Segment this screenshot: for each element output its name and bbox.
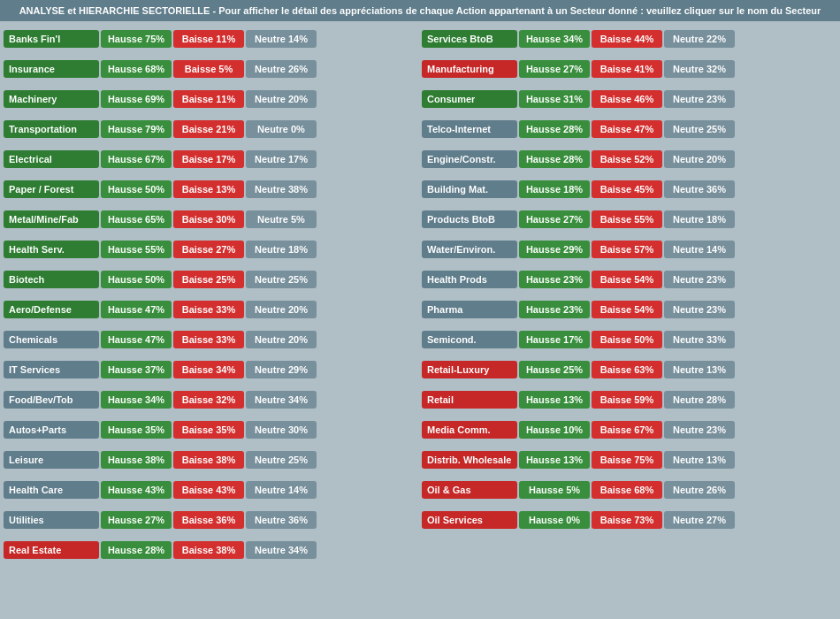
sector-label[interactable]: IT Services <box>4 361 99 378</box>
baisse-badge: Baisse 57% <box>592 241 662 258</box>
table-row: MachineryHausse 69%Baisse 11%Neutre 20% <box>4 85 418 113</box>
table-row: Oil ServicesHausse 0%Baisse 73%Neutre 27… <box>422 506 836 534</box>
sector-label[interactable]: Distrib. Wholesale <box>422 451 517 469</box>
table-row: Products BtoBHausse 27%Baisse 55%Neutre … <box>422 205 836 233</box>
table-row: Paper / ForestHausse 50%Baisse 13%Neutre… <box>4 175 418 203</box>
sector-label[interactable]: Media Comm. <box>422 421 517 439</box>
right-column: Services BtoBHausse 34%Baisse 44%Neutre … <box>422 25 836 564</box>
sector-label[interactable]: Aero/Defense <box>4 301 99 318</box>
neutre-badge: Neutre 28% <box>664 391 735 409</box>
hausse-badge: Hausse 29% <box>519 241 590 258</box>
sector-label[interactable]: Telco-Internet <box>422 120 517 138</box>
neutre-badge: Neutre 30% <box>246 421 317 439</box>
hausse-badge: Hausse 10% <box>519 421 590 439</box>
table-row: LeisureHausse 38%Baisse 38%Neutre 25% <box>4 446 418 474</box>
sector-label[interactable]: Products BtoB <box>422 210 517 228</box>
sector-label[interactable]: Chemicals <box>4 331 99 348</box>
baisse-badge: Baisse 33% <box>173 331 244 348</box>
table-row: IT ServicesHausse 37%Baisse 34%Neutre 29… <box>4 355 418 384</box>
hausse-badge: Hausse 18% <box>519 180 590 198</box>
table-row: Engine/Constr.Hausse 28%Baisse 52%Neutre… <box>422 145 836 173</box>
baisse-badge: Baisse 73% <box>592 511 662 529</box>
neutre-badge: Neutre 20% <box>246 331 317 348</box>
baisse-badge: Baisse 67% <box>592 421 662 439</box>
table-row: Autos+PartsHausse 35%Baisse 35%Neutre 30… <box>4 416 418 444</box>
sector-label[interactable]: Health Prods <box>422 271 517 288</box>
sector-label[interactable]: Services BtoB <box>422 30 517 48</box>
hausse-badge: Hausse 67% <box>101 150 172 168</box>
sector-label[interactable]: Insurance <box>4 60 99 78</box>
neutre-badge: Neutre 13% <box>664 361 735 378</box>
hausse-badge: Hausse 37% <box>101 361 172 378</box>
baisse-badge: Baisse 34% <box>173 361 244 378</box>
table-row: Banks Fin'lHausse 75%Baisse 11%Neutre 14… <box>4 25 418 53</box>
sector-label[interactable]: Leisure <box>4 451 99 469</box>
neutre-badge: Neutre 5% <box>246 210 317 228</box>
table-row: Oil & GasHausse 5%Baisse 68%Neutre 26% <box>422 476 836 504</box>
sector-label[interactable]: Autos+Parts <box>4 421 99 439</box>
baisse-badge: Baisse 44% <box>592 30 662 48</box>
sector-label[interactable]: Pharma <box>422 301 517 318</box>
sector-label[interactable]: Utilities <box>4 511 99 529</box>
neutre-badge: Neutre 20% <box>246 90 317 108</box>
sector-label[interactable]: Oil Services <box>422 511 517 529</box>
hausse-badge: Hausse 28% <box>519 120 590 138</box>
neutre-badge: Neutre 33% <box>664 331 735 348</box>
sector-label[interactable]: Electrical <box>4 150 99 168</box>
neutre-badge: Neutre 36% <box>246 511 317 529</box>
baisse-badge: Baisse 21% <box>173 120 244 138</box>
hausse-badge: Hausse 27% <box>101 511 172 529</box>
sector-label[interactable]: Engine/Constr. <box>422 150 517 168</box>
sector-label[interactable]: Banks Fin'l <box>4 30 99 48</box>
hausse-badge: Hausse 5% <box>519 481 590 499</box>
hausse-badge: Hausse 23% <box>519 271 590 288</box>
sector-label[interactable]: Real Estate <box>4 541 99 559</box>
sector-label[interactable]: Consumer <box>422 90 517 108</box>
hausse-badge: Hausse 13% <box>519 391 590 409</box>
sector-label[interactable]: Health Serv. <box>4 241 99 258</box>
neutre-badge: Neutre 14% <box>664 241 735 258</box>
sector-label[interactable]: Water/Environ. <box>422 241 517 258</box>
sector-label[interactable]: Semicond. <box>422 331 517 348</box>
neutre-badge: Neutre 38% <box>246 180 317 198</box>
neutre-badge: Neutre 14% <box>246 481 317 499</box>
hausse-badge: Hausse 28% <box>101 541 172 559</box>
hausse-badge: Hausse 47% <box>101 301 172 318</box>
table-row: Distrib. WholesaleHausse 13%Baisse 75%Ne… <box>422 446 836 474</box>
sector-label[interactable]: Building Mat. <box>422 180 517 198</box>
hausse-badge: Hausse 50% <box>101 271 172 288</box>
hausse-badge: Hausse 50% <box>101 180 172 198</box>
table-row: Health Serv.Hausse 55%Baisse 27%Neutre 1… <box>4 235 418 264</box>
neutre-badge: Neutre 26% <box>246 60 317 78</box>
table-row: RetailHausse 13%Baisse 59%Neutre 28% <box>422 386 836 414</box>
baisse-badge: Baisse 75% <box>592 451 662 469</box>
sector-label[interactable]: Transportation <box>4 120 99 138</box>
sector-label[interactable]: Biotech <box>4 271 99 288</box>
hausse-badge: Hausse 79% <box>101 120 172 138</box>
sector-label[interactable]: Retail-Luxury <box>422 361 517 378</box>
table-row: ConsumerHausse 31%Baisse 46%Neutre 23% <box>422 85 836 113</box>
baisse-badge: Baisse 41% <box>592 60 662 78</box>
neutre-badge: Neutre 23% <box>664 301 735 318</box>
neutre-badge: Neutre 34% <box>246 541 317 559</box>
sector-label[interactable]: Metal/Mine/Fab <box>4 210 99 228</box>
baisse-badge: Baisse 54% <box>592 301 662 318</box>
sector-label[interactable]: Oil & Gas <box>422 481 517 499</box>
sector-label[interactable]: Health Care <box>4 481 99 499</box>
baisse-badge: Baisse 36% <box>173 511 244 529</box>
sector-label[interactable]: Food/Bev/Tob <box>4 391 99 409</box>
hausse-badge: Hausse 23% <box>519 301 590 318</box>
table-row: BiotechHausse 50%Baisse 25%Neutre 25% <box>4 265 418 294</box>
neutre-badge: Neutre 25% <box>664 120 735 138</box>
hausse-badge: Hausse 13% <box>519 451 590 469</box>
table-row: Services BtoBHausse 34%Baisse 44%Neutre … <box>422 25 836 53</box>
hausse-badge: Hausse 69% <box>101 90 172 108</box>
sector-label[interactable]: Retail <box>422 391 517 409</box>
sector-label[interactable]: Machinery <box>4 90 99 108</box>
baisse-badge: Baisse 30% <box>173 210 244 228</box>
table-row: Aero/DefenseHausse 47%Baisse 33%Neutre 2… <box>4 295 418 324</box>
sector-label[interactable]: Manufacturing <box>422 60 517 78</box>
sector-label[interactable]: Paper / Forest <box>4 180 99 198</box>
baisse-badge: Baisse 33% <box>173 301 244 318</box>
neutre-badge: Neutre 18% <box>246 241 317 258</box>
